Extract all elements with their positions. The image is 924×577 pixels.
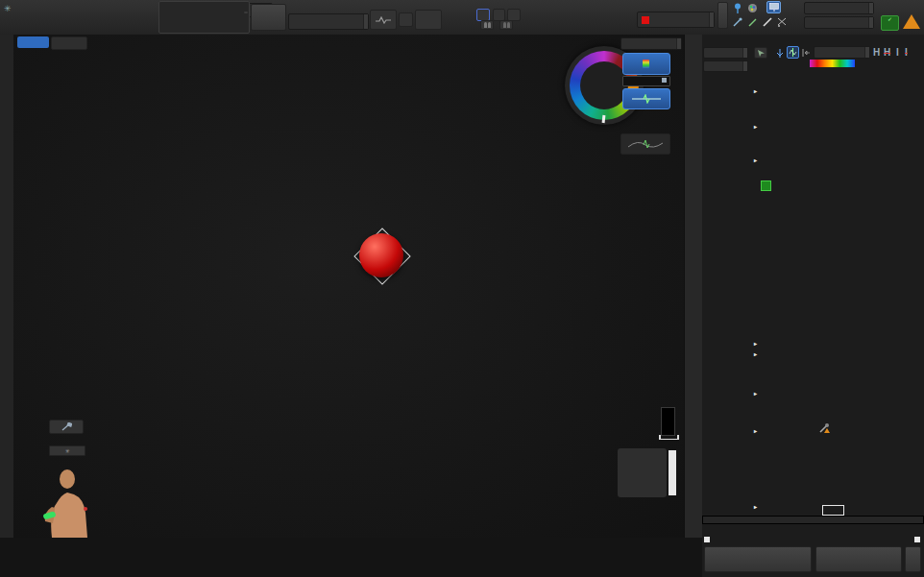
live-button[interactable]	[17, 36, 49, 48]
review-ruler[interactable]	[702, 516, 924, 524]
lungs-icon	[488, 22, 491, 28]
beat-time-dropdown[interactable]	[620, 37, 682, 50]
p1-dropdown[interactable]	[804, 2, 874, 14]
acquire-egm-button[interactable]	[370, 10, 397, 30]
channel-b-label[interactable]	[753, 388, 757, 397]
activation-colorbar	[810, 60, 855, 67]
beat-acceptance-bar[interactable]	[702, 525, 924, 533]
anchor-left-button[interactable]	[775, 48, 785, 58]
monitor-icon	[769, 3, 779, 12]
pencil-icon	[748, 17, 758, 27]
palette-tool-button[interactable]	[746, 2, 759, 13]
acquire-point-button[interactable]	[399, 12, 413, 27]
orient-center-button[interactable]: ✳	[49, 445, 85, 456]
hammer-icon	[61, 422, 72, 432]
on-check-icon: ✓	[882, 16, 898, 22]
color-wheel-hub	[580, 61, 628, 109]
scalpel-icon	[763, 17, 773, 27]
pin-icon	[733, 3, 742, 13]
caret-icon	[742, 61, 747, 71]
caliper-h-delete-button[interactable]: H	[884, 47, 890, 58]
asterisk-icon: ✳	[64, 447, 69, 454]
caliper-h-button[interactable]: H	[873, 47, 880, 58]
map-pin-tool-button[interactable]	[731, 2, 743, 13]
sweep-speed-dropdown[interactable]	[814, 46, 870, 59]
review-button[interactable]	[51, 36, 87, 50]
trend-label[interactable]	[753, 424, 757, 435]
lumipoint-logo-icon	[643, 60, 649, 68]
slider-thumb[interactable]	[662, 78, 667, 83]
display-mode-button[interactable]	[766, 1, 781, 13]
channel-r-label[interactable]	[753, 120, 757, 131]
sweep-wave-button[interactable]	[620, 133, 670, 155]
skyline-label[interactable]	[753, 500, 757, 511]
accept-options-button[interactable]	[905, 546, 921, 572]
caret-icon	[868, 3, 873, 13]
trend-event-icon[interactable]	[818, 421, 832, 438]
rhythmia-app: ✳	[0, 0, 924, 577]
acquire-anat-button[interactable]	[415, 10, 442, 30]
reject-button[interactable]	[704, 546, 812, 572]
termination-tag[interactable]	[359, 233, 403, 277]
skyline-page-1[interactable]	[822, 505, 844, 516]
lumipoint-button[interactable]	[622, 53, 670, 75]
p2-dropdown[interactable]	[804, 16, 874, 29]
channel-u1-label[interactable]	[753, 338, 757, 348]
anchor-center-button[interactable]	[787, 46, 799, 59]
snap-icon	[802, 49, 811, 57]
tag-button[interactable]	[717, 2, 728, 29]
system-warning-icon[interactable]	[903, 14, 920, 29]
arc-waveform-icon	[626, 137, 665, 151]
dropper-tool-button[interactable]	[731, 16, 743, 28]
orion-range-slider[interactable]	[661, 407, 675, 436]
map-abl-caret-icon[interactable]	[244, 12, 248, 13]
cursor-icon	[757, 49, 766, 58]
active-tag-dropdown[interactable]	[637, 12, 715, 28]
map-abl-group	[158, 1, 250, 34]
app-logo-icon: ✳	[4, 4, 12, 13]
pencil-tool-button[interactable]	[746, 16, 759, 28]
lungs-icon	[484, 22, 487, 28]
accept-button[interactable]	[815, 546, 902, 572]
egm-wave-icon	[376, 16, 391, 24]
caret-icon	[363, 14, 368, 29]
beat-graph-strip[interactable]	[0, 35, 14, 538]
panel-chamber-dropdown[interactable]	[703, 60, 748, 72]
channel-v-label[interactable]	[753, 84, 757, 95]
caliper-i-button[interactable]: I	[896, 47, 899, 58]
scalpel-tool-button[interactable]	[762, 16, 774, 28]
all-checkbox[interactable]	[914, 537, 920, 542]
patient-orientation-figure[interactable]	[40, 469, 100, 540]
caret-icon	[868, 17, 873, 28]
snap-edge-button[interactable]	[801, 48, 811, 58]
map-3d-canvas[interactable]	[13, 46, 684, 538]
lumipoint-threshold-slider[interactable]	[622, 76, 670, 86]
lungs-icon	[503, 22, 506, 28]
waveform-icon	[632, 94, 661, 104]
ormap-dropdown[interactable]	[703, 47, 748, 59]
caliper-i-delete-button[interactable]: I	[905, 47, 908, 58]
wave-display-button[interactable]	[622, 88, 670, 109]
orion-slider-bracket[interactable]	[659, 435, 679, 440]
chamber-dropdown[interactable]	[288, 13, 369, 30]
directsense-panel	[618, 448, 667, 497]
caret-icon	[742, 48, 747, 58]
respiration-lungs-button[interactable]	[480, 20, 494, 30]
caliper-left-icon	[776, 49, 784, 58]
lungs-icon	[507, 22, 510, 28]
caret-icon	[709, 12, 714, 27]
magnet-on-badge[interactable]: ✓	[881, 15, 899, 31]
caret-icon	[676, 38, 681, 49]
new-map-button[interactable]	[251, 4, 286, 31]
view-tool-button[interactable]	[49, 420, 84, 434]
respiration-lungs-alt-button[interactable]	[499, 20, 513, 30]
tag-color-swatch	[642, 16, 649, 24]
channel-dr-label[interactable]	[753, 154, 757, 164]
wheel-tick	[602, 115, 606, 123]
criteria-checkbox[interactable]	[704, 537, 710, 542]
pointer-tool-button[interactable]	[754, 47, 767, 59]
view-3d-strip[interactable]	[684, 35, 704, 538]
shears-tool-button[interactable]	[776, 16, 789, 28]
ecg-traces-canvas[interactable]	[702, 73, 924, 518]
channel-u2-label[interactable]	[753, 349, 757, 358]
